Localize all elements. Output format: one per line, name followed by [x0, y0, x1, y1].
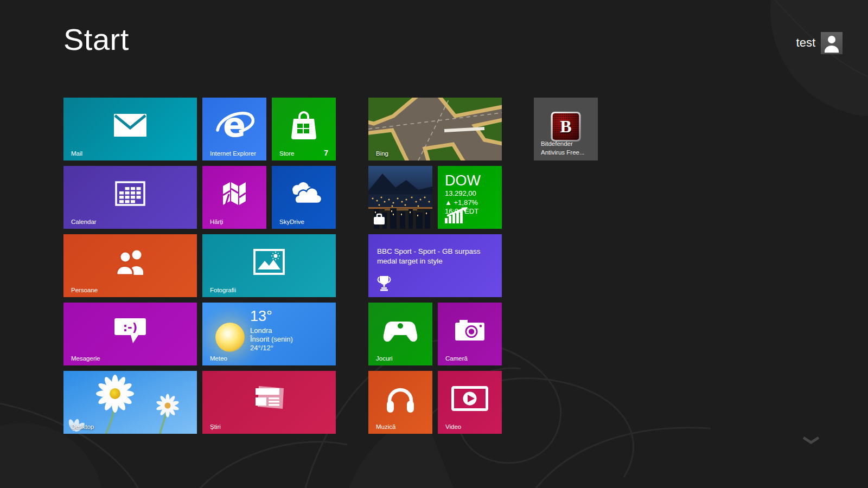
bitdefender-icon: B [551, 112, 581, 142]
tile-mail[interactable]: Mail [63, 98, 197, 160]
video-player-icon [451, 386, 488, 411]
tile-internet-explorer[interactable]: e Internet Explorer [202, 98, 266, 160]
weather-high-low: 24°/12° [250, 344, 293, 352]
page-title: Start [63, 22, 129, 57]
trophy-icon [377, 275, 391, 291]
stock-change: ▲ +1,87% [445, 199, 481, 207]
tile-sport[interactable]: BBC Sport - Sport - GB surpass medal tar… [368, 234, 502, 297]
tile-desktop[interactable]: Desktop [63, 371, 197, 434]
sun-icon [215, 323, 245, 352]
photo-icon [253, 249, 285, 275]
tile-label: Fotografii [210, 287, 236, 293]
tile-label: Persoane [71, 287, 98, 293]
finance-live-photo [368, 166, 432, 229]
tile-photos[interactable]: Fotografii [202, 234, 336, 297]
tile-games[interactable]: Jocuri [368, 303, 432, 365]
tile-label: Bitdefender Antivirus Free... [541, 139, 585, 157]
tile-label: Bing [376, 150, 388, 157]
tile-label: SkyDrive [279, 219, 304, 225]
store-badge: 7 [324, 149, 328, 157]
calendar-icon [115, 181, 145, 206]
bitdefender-logo-letter: B [560, 117, 571, 137]
tile-label: Meteo [210, 355, 227, 362]
tile-camera[interactable]: Cameră [438, 303, 502, 365]
tile-calendar[interactable]: Calendar [63, 166, 197, 229]
headphones-icon [385, 384, 416, 413]
tile-video[interactable]: Video [438, 371, 502, 434]
user-name[interactable]: test [722, 36, 815, 50]
tile-weather[interactable]: 13° Londra Însorit (senin) 24°/12° Meteo [202, 303, 336, 365]
tile-store[interactable]: Store 7 [272, 98, 336, 160]
map-icon [221, 181, 247, 206]
tile-music[interactable]: Muzică [368, 371, 432, 434]
tile-news[interactable]: Știri [202, 371, 336, 434]
camera-icon [455, 320, 484, 341]
cloud-icon [285, 182, 322, 206]
weather-temperature: 13° [250, 307, 293, 325]
tile-label: Calendar [71, 219, 97, 225]
svg-text:e: e [223, 106, 246, 145]
tile-label: Mesagerie [71, 355, 100, 362]
chevron-down-icon [802, 436, 820, 445]
tile-label: Mail [71, 150, 82, 157]
tile-label: Știri [210, 423, 221, 430]
tile-skydrive[interactable]: SkyDrive [272, 166, 336, 229]
start-screen: Start test Mail e Internet Explorer [0, 0, 868, 488]
scroll-down-chevron[interactable] [802, 436, 820, 445]
tile-bing[interactable]: Bing [368, 98, 502, 160]
tile-maps[interactable]: Hărți [202, 166, 266, 229]
tile-label: Hărți [210, 219, 223, 225]
tile-label: Cameră [445, 355, 468, 362]
tile-label: Store [279, 150, 295, 157]
tile-label: Internet Explorer [210, 150, 256, 157]
tile-label: Muzică [376, 423, 395, 430]
tile-people[interactable]: Persoane [63, 234, 197, 297]
stock-symbol: DOW [445, 172, 481, 189]
tile-finance-dow[interactable]: DOW 13.292,00 ▲ +1,87% 16:04 EDT [438, 166, 502, 229]
sport-headline: BBC Sport - Sport - GB surpass medal tar… [377, 247, 493, 266]
weather-condition: Însorit (senin) [250, 335, 293, 344]
tile-finance-photo[interactable] [368, 166, 432, 229]
store-icon [288, 110, 320, 140]
internet-explorer-icon: e [214, 106, 254, 145]
stock-chart-icon [445, 207, 468, 223]
tile-bitdefender[interactable]: B Bitdefender Antivirus Free... [534, 98, 598, 160]
stock-value: 13.292,00 [445, 190, 481, 198]
mail-icon [114, 114, 146, 137]
tile-messaging[interactable]: :-) Mesagerie [63, 303, 197, 365]
game-controller-icon [382, 319, 418, 342]
message-bubble-icon: :-) [113, 317, 147, 344]
tile-label: Desktop [71, 423, 94, 430]
weather-city: Londra [250, 326, 293, 335]
tile-label: Jocuri [376, 355, 393, 362]
tile-label: Video [445, 423, 461, 430]
newspaper-icon [253, 386, 285, 411]
person-icon [823, 34, 840, 53]
svg-text::-): :-) [123, 321, 138, 334]
people-icon [112, 249, 149, 275]
weather-info: 13° Londra Însorit (senin) 24°/12° [250, 307, 293, 352]
user-avatar[interactable] [821, 32, 843, 54]
